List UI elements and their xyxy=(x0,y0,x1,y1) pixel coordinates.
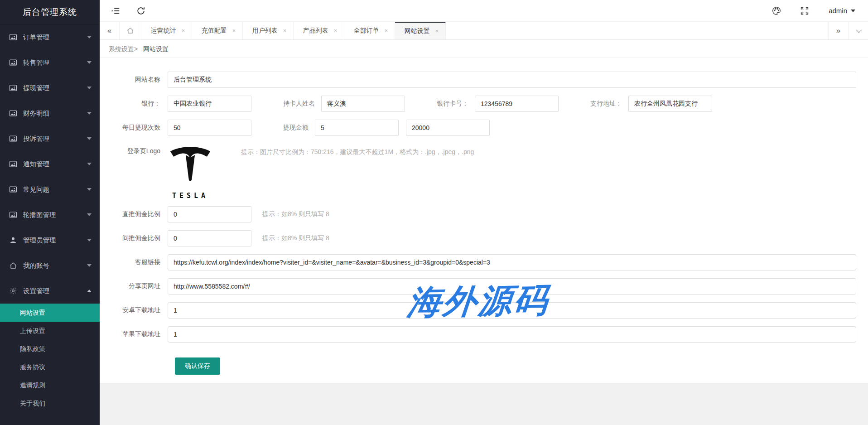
sidebar-item-privacy-policy[interactable]: 隐私政策 xyxy=(0,340,100,358)
close-icon[interactable]: × xyxy=(283,27,287,34)
refresh-icon[interactable] xyxy=(136,6,146,16)
card-number-input[interactable] xyxy=(475,96,559,112)
settings-submenu: 网站设置 上传设置 隐私政策 服务协议 邀请规则 关于我们 xyxy=(0,304,100,412)
sidebar-item-resale[interactable]: 转售管理 xyxy=(0,50,100,75)
direct-commission-hint: 提示：如8% 则只填写 8 xyxy=(262,210,329,218)
sidebar-item-label: 常见问题 xyxy=(23,185,87,194)
sidebar-item-label: 设置管理 xyxy=(23,287,87,295)
tab-all-orders[interactable]: 全部订单 × xyxy=(344,22,395,39)
chevron-down-icon xyxy=(87,87,92,89)
chevron-down-icon xyxy=(87,137,92,140)
form-row-service-link: 客服链接 xyxy=(100,254,856,270)
tab-site-settings[interactable]: 网站设置 × xyxy=(395,22,446,39)
indirect-commission-label: 间推佣金比例 xyxy=(100,234,168,242)
share-url-input[interactable] xyxy=(168,278,856,295)
chevron-up-icon xyxy=(87,290,92,292)
chevron-down-icon xyxy=(87,61,92,64)
card-holder-input[interactable] xyxy=(321,96,405,112)
fullscreen-icon[interactable] xyxy=(800,6,810,16)
sidebar: 后台管理系统 订单管理 转售管理 提现管理 财务明细 xyxy=(0,0,100,425)
chevron-down-icon xyxy=(87,163,92,165)
sidebar-item-faq[interactable]: 常见问题 xyxy=(0,177,100,202)
form-row-site-name: 网站名称 xyxy=(100,72,856,88)
tab-operation-stats[interactable]: 运营统计 × xyxy=(141,22,192,39)
tab-label: 充值配置 xyxy=(202,27,227,35)
breadcrumb-section: 系统设置> xyxy=(109,45,138,53)
sidebar-item-admins[interactable]: 管理员管理 xyxy=(0,227,100,253)
main-area: admin « 运营统计 × 充值配置 × 用户列表 × 产品列表 × xyxy=(100,0,868,425)
user-menu[interactable]: admin xyxy=(829,7,855,14)
sidebar-item-finance[interactable]: 财务明细 xyxy=(0,101,100,126)
android-url-input[interactable] xyxy=(168,302,856,319)
home-icon xyxy=(9,261,17,270)
user-icon xyxy=(9,236,17,244)
sidebar-item-complaints[interactable]: 投诉管理 xyxy=(0,126,100,151)
sidebar-item-about-us[interactable]: 关于我们 xyxy=(0,394,100,412)
indirect-commission-input[interactable] xyxy=(168,230,251,246)
sidebar-item-my-account[interactable]: 我的账号 xyxy=(0,253,100,278)
withdraw-amount-label: 提现金额 xyxy=(283,124,309,132)
sidebar-item-withdraw[interactable]: 提现管理 xyxy=(0,75,100,101)
close-icon[interactable]: × xyxy=(334,27,338,34)
branch-address-label: 支行地址： xyxy=(590,100,622,108)
tab-product-list[interactable]: 产品列表 × xyxy=(294,22,344,39)
sidebar-item-label: 我的账号 xyxy=(23,261,87,270)
service-link-input[interactable] xyxy=(168,254,856,270)
close-icon[interactable]: × xyxy=(385,27,388,34)
sidebar-item-label: 提现管理 xyxy=(23,84,87,92)
sidebar-item-label: 投诉管理 xyxy=(23,135,87,143)
sidebar-item-notices[interactable]: 通知管理 xyxy=(0,151,100,177)
chevron-down-icon xyxy=(87,239,92,241)
sidebar-item-label: 财务明细 xyxy=(23,109,87,118)
close-icon[interactable]: × xyxy=(182,27,185,34)
home-tab[interactable] xyxy=(120,22,141,39)
sidebar-item-site-settings[interactable]: 网站设置 xyxy=(0,304,100,322)
card-holder-label: 持卡人姓名 xyxy=(283,100,315,108)
branch-address-input[interactable] xyxy=(628,96,712,112)
sidebar-item-settings[interactable]: 设置管理 xyxy=(0,278,100,304)
form-row-share-url: 分享页网址 xyxy=(100,278,856,295)
tab-recharge-config[interactable]: 充值配置 × xyxy=(192,22,243,39)
page-content: 网站名称 银行： 持卡人姓名 银行卡号： 支行地址： 每日提现次数 提现 xyxy=(100,58,868,425)
bank-input[interactable] xyxy=(168,96,251,112)
daily-withdraw-times-input[interactable] xyxy=(168,120,251,136)
theme-palette-icon[interactable] xyxy=(772,6,781,16)
sidebar-item-upload-settings[interactable]: 上传设置 xyxy=(0,322,100,340)
chevron-down-icon xyxy=(87,213,92,216)
picture-icon xyxy=(9,160,17,168)
close-icon[interactable]: × xyxy=(435,28,439,34)
bottom-strip xyxy=(100,383,868,425)
chevron-down-icon xyxy=(87,36,92,39)
sidebar-item-label: 通知管理 xyxy=(23,160,87,169)
daily-withdraw-times-label: 每日提现次数 xyxy=(100,124,168,132)
service-link-label: 客服链接 xyxy=(100,258,168,266)
save-button[interactable]: 确认保存 xyxy=(175,357,220,375)
tabs-menu-button[interactable] xyxy=(848,22,868,39)
withdraw-amount-min-input[interactable] xyxy=(315,120,399,136)
withdraw-amount-max-input[interactable] xyxy=(406,120,490,136)
picture-icon xyxy=(9,109,17,117)
site-settings-form: 网站名称 银行： 持卡人姓名 银行卡号： 支行地址： 每日提现次数 提现 xyxy=(100,58,868,386)
ios-url-input[interactable] xyxy=(168,326,856,343)
sidebar-item-invite-rules[interactable]: 邀请规则 xyxy=(0,376,100,394)
close-icon[interactable]: × xyxy=(232,27,236,34)
site-name-label: 网站名称 xyxy=(100,76,168,84)
user-menu-label: admin xyxy=(829,7,847,14)
tabs-scroll-right-button[interactable]: » xyxy=(828,22,848,39)
chevron-down-icon xyxy=(856,27,862,33)
collapse-menu-icon[interactable] xyxy=(111,6,121,16)
tab-label: 网站设置 xyxy=(405,27,430,35)
picture-icon xyxy=(9,185,17,193)
sidebar-item-orders[interactable]: 订单管理 xyxy=(0,24,100,50)
direct-commission-input[interactable] xyxy=(168,206,251,222)
breadcrumb-page: 网站设置 xyxy=(143,45,169,53)
sidebar-item-service-agreement[interactable]: 服务协议 xyxy=(0,358,100,376)
login-logo-preview[interactable]: TESLA xyxy=(168,144,213,200)
tab-user-list[interactable]: 用户列表 × xyxy=(243,22,294,39)
tab-label: 用户列表 xyxy=(252,27,278,35)
tabs-scroll-left-button[interactable]: « xyxy=(100,22,120,39)
chevron-down-icon xyxy=(87,112,92,115)
sidebar-item-label: 轮播图管理 xyxy=(23,211,87,219)
sidebar-item-banners[interactable]: 轮播图管理 xyxy=(0,202,100,227)
site-name-input[interactable] xyxy=(168,72,856,88)
